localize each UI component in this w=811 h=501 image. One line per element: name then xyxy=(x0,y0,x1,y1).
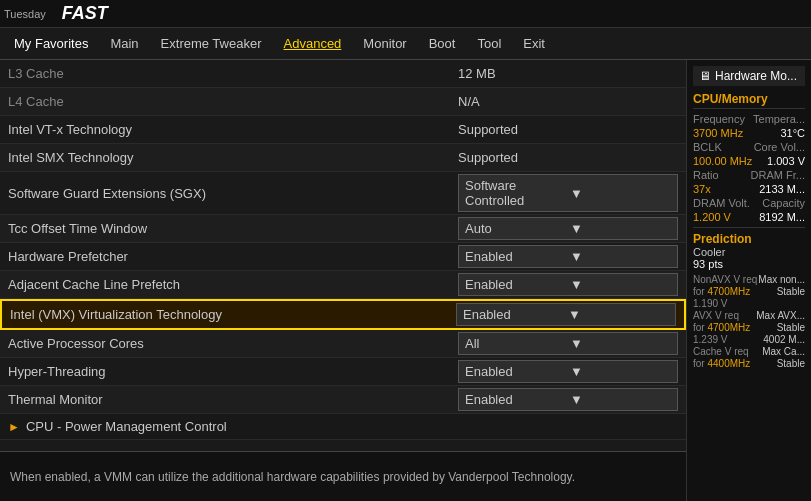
setting-label-vtx: Intel VT-x Technology xyxy=(8,122,458,137)
table-row: L4 Cache N/A xyxy=(0,88,686,116)
setting-label-adjacent-cache: Adjacent Cache Line Prefetch xyxy=(8,277,458,292)
nav-item-favorites[interactable]: My Favorites xyxy=(4,32,98,55)
setting-value-vtx: Supported xyxy=(458,122,678,137)
nav-item-exit[interactable]: Exit xyxy=(513,32,555,55)
setting-dropdown-value-hw-prefetcher: Enabled xyxy=(465,249,566,264)
setting-label-l4cache: L4 Cache xyxy=(8,94,458,109)
chevron-down-icon: ▼ xyxy=(570,392,671,407)
pred-row-label: 1.239 V xyxy=(693,334,727,345)
right-panel-title: Hardware Mo... xyxy=(715,69,797,83)
setting-value-l3cache: 12 MB xyxy=(458,66,678,81)
chevron-down-icon: ▼ xyxy=(570,364,671,379)
setting-dropdown-value-active-cores: All xyxy=(465,336,566,351)
pred-row-label: for 4400MHz xyxy=(693,358,750,369)
main-layout: L3 Cache 12 MB L4 Cache N/A Intel VT-x T… xyxy=(0,60,811,501)
setting-label-hyperthreading: Hyper-Threading xyxy=(8,364,458,379)
nav-item-advanced[interactable]: Advanced xyxy=(274,32,352,55)
setting-dropdown-thermal-monitor[interactable]: Enabled ▼ xyxy=(458,388,678,411)
table-row: Intel VT-x Technology Supported xyxy=(0,116,686,144)
pred-row: 1.190 V xyxy=(693,298,805,309)
pred-row-label: NonAVX V req xyxy=(693,274,757,285)
right-label: BCLK xyxy=(693,141,722,153)
nav-item-monitor[interactable]: Monitor xyxy=(353,32,416,55)
setting-dropdown-sgx[interactable]: Software Controlled ▼ xyxy=(458,174,678,212)
setting-dropdown-hyperthreading[interactable]: Enabled ▼ xyxy=(458,360,678,383)
right-row: 100.00 MHz 1.003 V xyxy=(693,155,805,167)
setting-dropdown-value-vmx: Enabled xyxy=(463,307,564,322)
chevron-down-icon: ▼ xyxy=(570,277,671,292)
pred-row-label: for 4700MHz xyxy=(693,286,750,297)
pred-row-val: Max AVX... xyxy=(756,310,805,321)
setting-value-l4cache: N/A xyxy=(458,94,678,109)
nav-item-main[interactable]: Main xyxy=(100,32,148,55)
setting-label-hw-prefetcher: Hardware Prefetcher xyxy=(8,249,458,264)
right-label: Tempera... xyxy=(753,113,805,125)
right-label: Core Vol... xyxy=(754,141,805,153)
pred-row: NonAVX V req Max non... xyxy=(693,274,805,285)
setting-dropdown-value-hyperthreading: Enabled xyxy=(465,364,566,379)
right-label: DRAM Fr... xyxy=(751,169,805,181)
setting-dropdown-active-cores[interactable]: All ▼ xyxy=(458,332,678,355)
pred-row-val: Max non... xyxy=(758,274,805,285)
pred-row-val: Stable xyxy=(777,322,805,333)
prediction-cooler-label: Cooler xyxy=(693,246,805,258)
setting-dropdown-hw-prefetcher[interactable]: Enabled ▼ xyxy=(458,245,678,268)
pred-row: for 4400MHz Stable xyxy=(693,358,805,369)
bclk-value: 100.00 MHz xyxy=(693,155,752,167)
capacity-value: 8192 M... xyxy=(759,211,805,223)
pred-row: for 4700MHz Stable xyxy=(693,322,805,333)
prediction-title: Prediction xyxy=(693,232,805,246)
pred-row-val: 4002 M... xyxy=(763,334,805,345)
pred-row-val: Stable xyxy=(777,358,805,369)
topbar-time: Tuesday xyxy=(4,8,46,20)
pred-row-label: Cache V req xyxy=(693,346,749,357)
setting-dropdown-value-tcc: Auto xyxy=(465,221,566,236)
setting-dropdown-adjacent-cache[interactable]: Enabled ▼ xyxy=(458,273,678,296)
table-row: Adjacent Cache Line Prefetch Enabled ▼ xyxy=(0,271,686,299)
setting-label-tcc: Tcc Offset Time Window xyxy=(8,221,458,236)
divider xyxy=(693,227,805,228)
group-header-cpu-power[interactable]: ► CPU - Power Management Control xyxy=(0,414,686,440)
table-row-vmx: Intel (VMX) Virtualization Technology En… xyxy=(0,299,686,330)
setting-label-vmx: Intel (VMX) Virtualization Technology xyxy=(10,307,456,322)
topbar-logo: FAST xyxy=(62,3,108,24)
chevron-right-icon: ► xyxy=(8,420,20,434)
setting-dropdown-value-adjacent-cache: Enabled xyxy=(465,277,566,292)
right-panel-header: 🖥 Hardware Mo... xyxy=(693,66,805,86)
info-bar: When enabled, a VMM can utilize the addi… xyxy=(0,451,686,501)
prediction-section: Prediction Cooler 93 pts NonAVX V req Ma… xyxy=(693,232,805,369)
nav-item-extreme-tweaker[interactable]: Extreme Tweaker xyxy=(151,32,272,55)
setting-label-l3cache: L3 Cache xyxy=(8,66,458,81)
right-row: DRAM Volt. Capacity xyxy=(693,197,805,209)
table-row: Tcc Offset Time Window Auto ▼ xyxy=(0,215,686,243)
table-row: Software Guard Extensions (SGX) Software… xyxy=(0,172,686,215)
info-text: When enabled, a VMM can utilize the addi… xyxy=(10,470,575,484)
setting-label-thermal-monitor: Thermal Monitor xyxy=(8,392,458,407)
setting-label-sgx: Software Guard Extensions (SGX) xyxy=(8,186,458,201)
monitor-icon: 🖥 xyxy=(699,69,711,83)
setting-label-smx: Intel SMX Technology xyxy=(8,150,458,165)
nav-item-tool[interactable]: Tool xyxy=(467,32,511,55)
setting-dropdown-vmx[interactable]: Enabled ▼ xyxy=(456,303,676,326)
cpu-memory-title: CPU/Memory xyxy=(693,92,805,109)
nav-menu: My Favorites Main Extreme Tweaker Advanc… xyxy=(0,28,811,60)
chevron-down-icon: ▼ xyxy=(568,307,669,322)
setting-dropdown-tcc[interactable]: Auto ▼ xyxy=(458,217,678,240)
right-row: Ratio DRAM Fr... xyxy=(693,169,805,181)
frequency-value: 3700 MHz xyxy=(693,127,743,139)
pred-row-label: for 4700MHz xyxy=(693,322,750,333)
right-label: Ratio xyxy=(693,169,719,181)
pred-row-label: AVX V req xyxy=(693,310,739,321)
setting-label-active-cores: Active Processor Cores xyxy=(8,336,458,351)
chevron-down-icon: ▼ xyxy=(570,186,671,201)
chevron-down-icon: ▼ xyxy=(570,336,671,351)
right-row: 37x 2133 M... xyxy=(693,183,805,195)
right-label: DRAM Volt. xyxy=(693,197,750,209)
setting-dropdown-value-thermal-monitor: Enabled xyxy=(465,392,566,407)
right-row: BCLK Core Vol... xyxy=(693,141,805,153)
nav-item-boot[interactable]: Boot xyxy=(419,32,466,55)
settings-table: L3 Cache 12 MB L4 Cache N/A Intel VT-x T… xyxy=(0,60,686,451)
setting-value-smx: Supported xyxy=(458,150,678,165)
pred-row: Cache V req Max Ca... xyxy=(693,346,805,357)
right-row: 1.200 V 8192 M... xyxy=(693,211,805,223)
